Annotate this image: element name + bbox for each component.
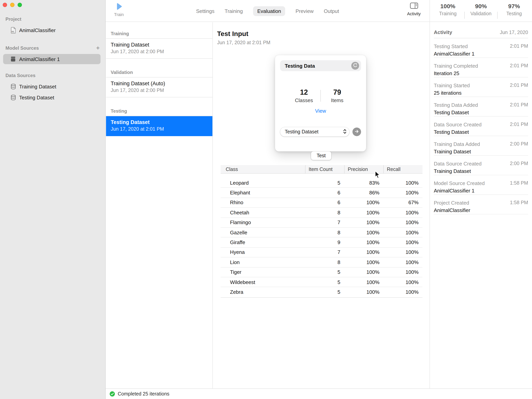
sidebar-item-testing-dataset[interactable]: Testing Dataset <box>3 92 101 102</box>
cell-precision: 100% <box>344 200 383 206</box>
activity-entry-title: Model Source Created <box>434 180 485 186</box>
cell-precision: 100% <box>344 249 383 255</box>
tab-preview[interactable]: Preview <box>296 6 314 16</box>
activity-button[interactable]: Activity <box>405 2 423 16</box>
activity-entry-title: Training Data Added <box>434 141 480 147</box>
dataset-section: TrainingTraining DatasetJun 17, 2020 at … <box>106 31 212 59</box>
toolbar: Train SettingsTrainingEvaluationPreviewO… <box>106 0 430 22</box>
minimize-window-icon[interactable] <box>10 3 14 7</box>
sidebar-section: ProjectMLAnimalClassifier <box>0 16 105 35</box>
stepper-icon <box>343 128 347 135</box>
cell-class: Zebra <box>221 289 305 295</box>
cell-class: Leopard <box>221 180 305 186</box>
activity-entry-titlerow: Training Data Added2:00 PM <box>434 141 528 147</box>
activity-entry-titlerow: Training Started2:01 PM <box>434 82 528 89</box>
activity-entry-subtitle: Testing Dataset <box>434 129 528 135</box>
tab-output[interactable]: Output <box>324 6 339 16</box>
accuracy-stat-label: Validation <box>464 11 497 16</box>
activity-header-title: Activity <box>434 29 452 35</box>
dataset-list-item[interactable]: Training DatasetJun 17, 2020 at 2:00 PM <box>106 39 212 59</box>
cell-precision: 100% <box>344 259 383 265</box>
column-header-recall[interactable]: Recall <box>383 165 423 173</box>
activity-entry: Data Source Created2:00 PMTraining Datas… <box>434 156 528 175</box>
sidebar-item-label: Training Dataset <box>19 83 56 89</box>
table-row[interactable]: Hyena7100%100% <box>221 247 423 257</box>
svg-text:ML: ML <box>11 30 14 33</box>
accuracy-stat-label: Testing <box>498 11 530 16</box>
table-row[interactable]: Flamingo7100%100% <box>221 218 423 228</box>
refresh-button[interactable] <box>351 62 359 70</box>
refresh-icon <box>353 63 358 69</box>
activity-entry-time: 2:01 PM <box>510 122 528 127</box>
activity-entry: Data Source Created2:01 PMTesting Datase… <box>434 117 528 136</box>
cell-precision: 100% <box>344 279 383 285</box>
close-window-icon[interactable] <box>3 3 7 7</box>
test-button[interactable]: Test <box>311 151 331 160</box>
dataset-item-subtitle: Jun 17, 2020 at 2:00 PM <box>111 88 208 93</box>
activity-entry-subtitle: Training Dataset <box>434 149 528 154</box>
table-row[interactable]: Giraffe9100%100% <box>221 238 423 248</box>
cell-class: Elephant <box>221 190 305 196</box>
dataset-list-item[interactable]: Training Dataset (Auto)Jun 17, 2020 at 2… <box>106 77 212 97</box>
go-button[interactable] <box>352 127 361 136</box>
column-header-class[interactable]: Class <box>221 165 305 173</box>
cell-class: Wildebeest <box>221 279 305 285</box>
accuracy-stats: 100%Training90%Validation97%Testing <box>430 0 532 22</box>
activity-entry-title: Training Started <box>434 82 470 89</box>
activity-entry-title: Data Source Created <box>434 161 481 167</box>
table-row[interactable]: Tiger5100%100% <box>221 267 423 277</box>
dataset-select[interactable]: Testing Dataset <box>280 127 349 137</box>
sidebar-item-animalclassifier[interactable]: MLAnimalClassifier <box>3 25 101 35</box>
status-bar: Completed 25 iterations <box>106 388 532 399</box>
tab-evaluation[interactable]: Evaluation <box>253 6 285 16</box>
activity-panel-icon <box>410 2 418 11</box>
view-link[interactable]: View <box>275 108 366 114</box>
model-icon <box>10 56 16 62</box>
dataset-list-item[interactable]: Testing DatasetJun 17, 2020 at 2:01 PM <box>106 116 212 136</box>
table-row[interactable]: Lion8100%100% <box>221 257 423 267</box>
cell-item-count: 9 <box>305 239 344 245</box>
table-row[interactable]: Cheetah8100%100% <box>221 208 423 218</box>
activity-entry: Testing Data Added2:01 PMTesting Dataset <box>434 97 528 117</box>
cell-class: Flamingo <box>221 220 305 226</box>
cell-precision: 86% <box>344 190 383 196</box>
activity-entry: Training Completed2:01 PMIteration 25 <box>434 58 528 77</box>
accuracy-stat-training: 100%Training <box>431 3 464 21</box>
tab-training[interactable]: Training <box>225 6 243 16</box>
cell-precision: 100% <box>344 289 383 295</box>
activity-entry-subtitle: AnimalClassifier <box>434 207 528 213</box>
table-row[interactable]: Wildebeest5100%100% <box>221 277 423 287</box>
table-row[interactable]: Gazelle8100%100% <box>221 228 423 238</box>
table-row[interactable]: Elephant686%100% <box>221 188 423 198</box>
dataset-item-subtitle: Jun 17, 2020 at 2:01 PM <box>111 126 208 132</box>
table-row[interactable]: Leopard583%100% <box>221 178 423 188</box>
cell-recall: 100% <box>383 249 423 255</box>
cell-class: Giraffe <box>221 239 305 245</box>
card-stat-label: Items <box>321 97 354 103</box>
activity-entry: Model Source Created1:58 PMAnimalClassif… <box>434 175 528 195</box>
ml-document-icon: ML <box>10 27 16 33</box>
zoom-window-icon[interactable] <box>18 3 22 7</box>
tab-settings[interactable]: Settings <box>196 6 215 16</box>
cell-item-count: 8 <box>305 210 344 215</box>
sidebar-item-animalclassifier-1[interactable]: AnimalClassifier 1 <box>3 54 101 64</box>
page-title: Test Input <box>217 30 430 38</box>
activity-entry: Training Started2:01 PM25 iterations <box>434 77 528 97</box>
cell-recall: 100% <box>383 239 423 245</box>
sidebar-item-training-dataset[interactable]: Training Dataset <box>3 81 101 92</box>
column-header-precision[interactable]: Precision <box>344 165 383 173</box>
activity-entry-subtitle: AnimalClassifier 1 <box>434 188 528 194</box>
table-row[interactable]: Zebra5100%100% <box>221 287 423 297</box>
activity-entry-title: Project Created <box>434 200 469 206</box>
arrow-right-icon <box>355 129 359 135</box>
cell-item-count: 7 <box>305 249 344 255</box>
table-row[interactable]: Rhino6100%67% <box>221 198 423 208</box>
database-icon <box>10 95 16 100</box>
sidebar: ProjectMLAnimalClassifierModel Sources+A… <box>0 0 106 399</box>
cell-recall: 100% <box>383 269 423 275</box>
activity-header-date: Jun 17, 2020 <box>500 30 528 35</box>
card-stat-items: 79Items <box>321 89 354 103</box>
column-header-item-count[interactable]: Item Count <box>305 165 344 173</box>
activity-entry-titlerow: Testing Data Added2:01 PM <box>434 102 528 108</box>
add-model-source-button[interactable]: + <box>96 46 100 50</box>
